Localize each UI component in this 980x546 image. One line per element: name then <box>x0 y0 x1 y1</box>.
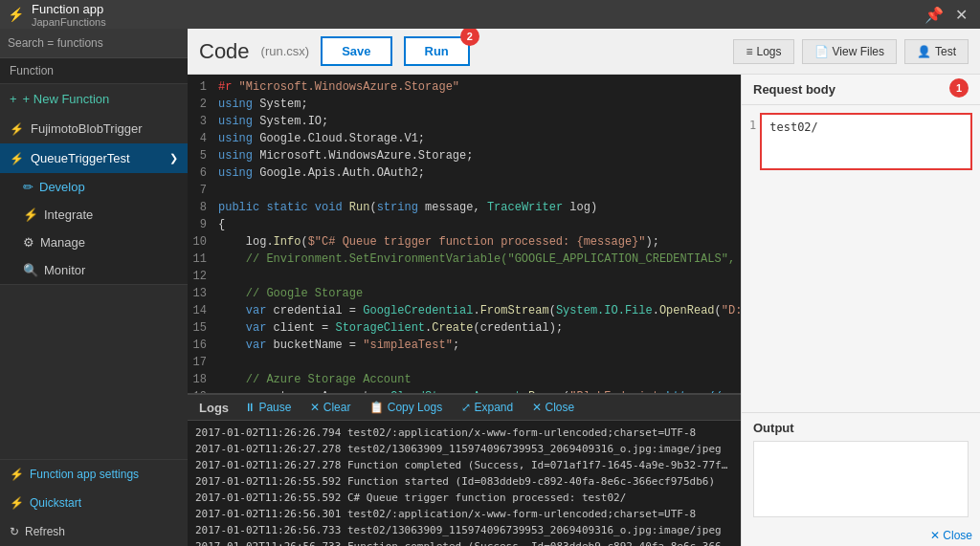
sidebar-item-fujimoto[interactable]: ⚡ FujimotoBlobTrigger <box>0 114 188 143</box>
output-area <box>753 441 969 517</box>
fujimoto-label: FujimotoBlobTrigger <box>31 121 143 136</box>
run-badge-wrapper: Run 2 <box>404 36 470 66</box>
request-body-area: 1 test02/ <box>742 105 980 412</box>
plus-icon: + <box>10 92 17 106</box>
function-icon-fujimoto: ⚡ <box>10 122 25 136</box>
request-line-number: 1 <box>749 113 756 170</box>
save-button[interactable]: Save <box>321 36 391 66</box>
run-button[interactable]: Run <box>404 36 470 66</box>
logs-section: Logs ⏸ Pause ✕ Clear 📋 Copy Logs ⤢ Expan… <box>188 393 741 546</box>
code-line-9: 9 { <box>188 216 741 233</box>
code-line-15: 15 var client = StorageClient.Create(cre… <box>188 319 741 337</box>
test-icon: 👤 <box>917 45 931 58</box>
manage-icon: ⚙ <box>23 235 34 250</box>
log-entry: 2017-01-02T11:26:56.733 Function complet… <box>195 538 733 546</box>
develop-icon: ✏ <box>23 180 33 194</box>
content: Code (run.csx) Save Run 2 ≡ Logs 📄 View … <box>188 29 980 546</box>
code-title: Code <box>199 39 250 64</box>
log-entry: 2017-01-02T11:26:27.278 Function complet… <box>195 457 733 473</box>
files-icon: 📄 <box>814 45 829 58</box>
quickstart-icon: ⚡ <box>10 496 24 510</box>
quickstart-label: Quickstart <box>30 496 81 510</box>
pin-button[interactable]: 📌 <box>923 3 946 26</box>
sidebar-item-queue[interactable]: ⚡ QueueTriggerTest ❯ <box>0 143 188 173</box>
function-app-settings-link[interactable]: ⚡ Function app settings <box>0 460 188 489</box>
settings-label: Function app settings <box>30 468 139 481</box>
code-line-7: 7 <box>188 182 741 199</box>
integrate-label: Integrate <box>44 207 93 222</box>
output-section: Output <box>742 412 980 525</box>
code-line-18: 18 // Azure Storage Account <box>188 371 741 388</box>
test-button[interactable]: 👤 Test <box>904 39 969 64</box>
logs-tab-button[interactable]: ≡ Logs <box>733 39 793 64</box>
search-label: Search = functions <box>8 36 180 50</box>
sidebar-section-function: Function <box>0 58 188 84</box>
logs-content: 2017-01-02T11:26:26.794 test02/:applicat… <box>188 421 741 546</box>
app-title: Function app <box>32 2 106 16</box>
sidebar-footer: ⚡ Function app settings ⚡ Quickstart ↻ R… <box>0 459 188 546</box>
output-title: Output <box>753 421 969 435</box>
submenu: ✏ Develop ⚡ Integrate ⚙ Manage 🔍 Monitor <box>0 173 188 285</box>
log-entry: 2017-01-02T11:26:56.733 test02/13063909_… <box>195 522 733 538</box>
window-controls: 📌 ✕ <box>923 3 972 26</box>
code-main: 1 #r "Microsoft.WindowsAzure.Storage" 2 … <box>188 75 980 546</box>
code-line-12: 12 <box>188 268 741 285</box>
pause-button[interactable]: ⏸ Pause <box>240 399 295 416</box>
step1-badge: 1 <box>949 78 969 98</box>
log-entry: 2017-01-02T11:26:26.794 test02/:applicat… <box>195 425 733 441</box>
expand-button[interactable]: ⤢ Expand <box>457 399 517 416</box>
queue-label: QueueTriggerTest <box>31 151 130 165</box>
close-button[interactable]: ✕ <box>949 3 972 26</box>
logs-close-button[interactable]: ✕ Close <box>528 399 578 416</box>
code-subtitle: (run.csx) <box>261 44 310 58</box>
code-line-2: 2 using System; <box>188 96 741 113</box>
code-line-4: 4 using Google.Cloud.Storage.V1; <box>188 130 741 147</box>
log-entry: 2017-01-02T11:26:55.592 C# Queue trigger… <box>195 490 733 506</box>
develop-label: Develop <box>39 180 85 194</box>
sidebar-search-label: Search = functions <box>0 29 188 58</box>
view-files-button[interactable]: 📄 View Files <box>802 39 897 64</box>
header-tabs: ≡ Logs 📄 View Files 👤 Test <box>733 39 969 64</box>
app-subtitle: JapanFunctions <box>32 16 106 28</box>
copy-logs-button[interactable]: 📋 Copy Logs <box>366 399 446 416</box>
quickstart-link[interactable]: ⚡ Quickstart <box>0 489 188 517</box>
clear-button[interactable]: ✕ Clear <box>306 399 354 416</box>
logs-title: Logs <box>199 401 229 415</box>
code-area[interactable]: 1 #r "Microsoft.WindowsAzure.Storage" 2 … <box>188 75 741 393</box>
request-input-wrapper: 1 test02/ <box>749 113 972 170</box>
refresh-button[interactable]: ↻ Refresh <box>0 517 188 546</box>
request-body-input[interactable]: test02/ <box>760 113 972 170</box>
sidebar-sub-integrate[interactable]: ⚡ Integrate <box>0 201 188 229</box>
sidebar-sub-develop[interactable]: ✏ Develop <box>0 173 188 201</box>
view-files-label: View Files <box>833 45 884 58</box>
logs-header: Logs ⏸ Pause ✕ Clear 📋 Copy Logs ⤢ Expan… <box>188 395 741 421</box>
integrate-icon: ⚡ <box>23 207 38 222</box>
code-line-14: 14 var credential = GoogleCredential.Fro… <box>188 302 741 319</box>
code-line-11: 11 // Environment.SetEnvironmentVariable… <box>188 251 741 268</box>
close-right-panel: ✕ Close <box>923 525 980 546</box>
code-line-5: 5 using Microsoft.WindowsAzure.Storage; <box>188 147 741 164</box>
sidebar-sub-manage[interactable]: ⚙ Manage <box>0 229 188 256</box>
code-line-16: 16 var bucketName = "simpleaTest"; <box>188 337 741 354</box>
code-line-17: 17 <box>188 354 741 371</box>
logs-tab-label: Logs <box>756 45 781 58</box>
titlebar: ⚡ Function app JapanFunctions 📌 ✕ <box>0 0 980 29</box>
code-line-3: 3 using System.IO; <box>188 113 741 130</box>
code-line-6: 6 using Google.Apis.Auth.OAuth2; <box>188 164 741 182</box>
right-panel: Request body 1 1 test02/ Output ✕ Close <box>741 75 980 546</box>
code-editor: 1 #r "Microsoft.WindowsAzure.Storage" 2 … <box>188 75 741 546</box>
function-icon-queue: ⚡ <box>10 152 25 165</box>
code-line-8: 8 public static void Run(string message,… <box>188 199 741 216</box>
monitor-icon: 🔍 <box>23 263 38 277</box>
code-line-1: 1 #r "Microsoft.WindowsAzure.Storage" <box>188 78 741 96</box>
titlebar-info: Function app JapanFunctions <box>32 2 106 28</box>
new-function-button[interactable]: + + New Function <box>0 84 188 114</box>
log-entry: 2017-01-02T11:26:56.301 test02/:applicat… <box>195 506 733 522</box>
log-entry: 2017-01-02T11:26:55.592 Function started… <box>195 473 733 490</box>
titlebar-left: ⚡ Function app JapanFunctions <box>8 2 106 28</box>
app-icon: ⚡ <box>8 7 24 22</box>
close-output-button[interactable]: ✕ Close <box>930 529 972 542</box>
sidebar-sub-monitor[interactable]: 🔍 Monitor <box>0 256 188 284</box>
code-line-10: 10 log.Info($"C# Queue trigger function … <box>188 233 741 251</box>
request-body-title: Request body <box>753 82 835 97</box>
